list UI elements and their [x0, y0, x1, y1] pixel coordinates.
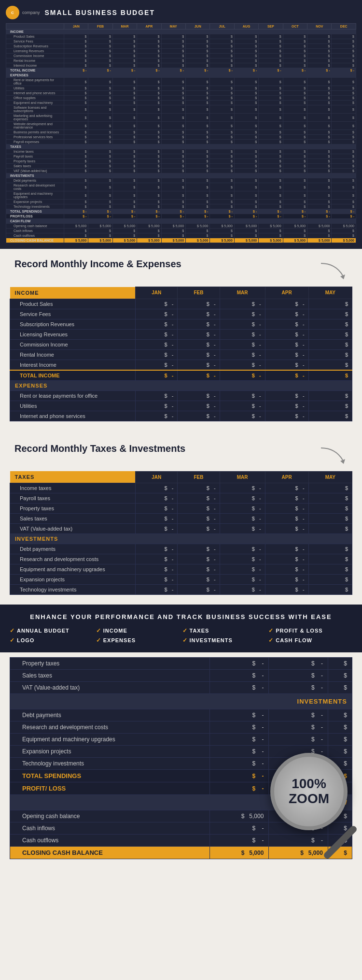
table-row: Sales taxes$$$$$$$$$$$$: [6, 164, 356, 169]
table-row: Income taxes$$$$$$$$$$$$: [6, 149, 356, 154]
table-row: Licensing Revenues$$$$$$$$$$$$: [6, 49, 356, 54]
investments-label: INVESTMENTS: [10, 534, 352, 544]
nov-header: NOV: [307, 24, 332, 29]
spreadsheet-title: SMALL BUSINESS BUDGET: [45, 9, 155, 16]
sep-header: SEP: [259, 24, 283, 29]
table-row: Software licenses and subscriptions$$$$$…: [6, 105, 356, 114]
table-row: Rent or lease payments for office $ -$ -…: [10, 390, 352, 401]
table-row: Research and development costs$$$$$$$$$$…: [6, 183, 356, 191]
income-section-header: INCOME: [6, 29, 356, 34]
table-row: Subscription Revenues $ -$ -$ -$ -$: [10, 319, 352, 329]
table-row: Business permits and licenses$$$$$$$$$$$…: [6, 130, 356, 135]
profit-loss-row: PROFIT/LOSS $ -$ -$ -$ -$ -$ -$ -$ -$ -$…: [6, 214, 356, 219]
row-cash-inflows: Cash inflows: [10, 822, 210, 835]
taxes-section-header: TAXES: [6, 144, 356, 149]
profit-loss-label-z: PROFIT/ LOSS: [10, 782, 210, 795]
row-licensing-revenues: Licensing Revenues: [10, 329, 136, 339]
check-icon-2: ✓: [10, 637, 14, 644]
table-row: Equipment and machinery$$$$$$$$$$$$: [6, 101, 356, 105]
spreadsheet-preview: C company SMALL BUSINESS BUDGET JAN FEB …: [0, 0, 362, 249]
table-row: VAT (Value-added tax)$$$$$$$$$$$$: [6, 169, 356, 173]
feature-expenses: ✓ EXPENSES: [96, 637, 180, 644]
feature-label-taxes: TAXES: [190, 628, 209, 634]
taxes-investments-section: TAXES JAN FEB MAR APR MAY Income taxes $…: [0, 471, 362, 605]
row-commission-income: Commission Income: [10, 339, 136, 349]
feb-header: FEB: [88, 24, 112, 29]
row-cash-outflows: Cash outflows: [10, 835, 210, 847]
oct-header: OCT: [283, 24, 307, 29]
row-income-taxes: Income taxes: [10, 483, 136, 493]
col-may: MAY: [308, 287, 352, 299]
total-spendings-label-z: TOTAL SPENDINGS: [10, 770, 210, 782]
jul-header: JUL: [210, 24, 234, 29]
table-row: Rental Income$$$$$$$$$$$$: [6, 58, 356, 63]
table-row: Internet and phone services $ -$ -$ -$ -…: [10, 411, 352, 421]
company-name: company: [22, 10, 40, 15]
row-service-fees: Service Fees: [10, 309, 136, 319]
feature-cash-flow: ✓ CASH FLOW: [268, 637, 352, 644]
table-row: Service Fees$$$$$$$$$$$$: [6, 39, 356, 44]
dark-banner: ENHANCE YOUR PERFORMANCE AND TRACK BUSIN…: [0, 605, 362, 652]
expenses-header-row: EXPENSES: [10, 380, 352, 390]
row-rd-z: Research and development costs: [10, 721, 210, 734]
row-interest-income: Interest Income: [10, 360, 136, 370]
table-row: Property taxes$$$$$$$$$$$$: [6, 159, 356, 164]
expenses-label: EXPENSES: [10, 380, 352, 390]
income-table-section: INCOME JAN FEB MAR APR MAY Product Sales…: [0, 287, 362, 431]
closing-balance-row: CLOSING CASH BALANCE $ 5,000$ 5,000$ 5,0…: [6, 238, 356, 243]
table-row: Licensing Revenues $ -$ -$ -$ -$: [10, 329, 352, 339]
row-subscription-revenues: Subscription Revenues: [10, 319, 136, 329]
taxes-big-table: TAXES JAN FEB MAR APR MAY Income taxes $…: [10, 471, 352, 595]
check-icon-5: ✓: [182, 627, 187, 634]
feature-col-1: ✓ ANNUAL BUDGET ✓ LOGO: [10, 627, 94, 644]
table-row: Professional services fees$$$$$$$$$$$$: [6, 135, 356, 140]
table-row: VAT (Value-added tax) $ -$ -$ -$ -$: [10, 524, 352, 534]
table-row: Product Sales $ -$ -$ -$ -$: [10, 299, 352, 309]
check-icon-3: ✓: [96, 627, 101, 634]
row-payroll-taxes: Payroll taxes: [10, 493, 136, 504]
table-row: Debt payments$$$$$$$$$$$$: [6, 178, 356, 183]
row-utilities: Utilities: [10, 401, 136, 411]
table-row: Rental Income $ -$ -$ -$ -$: [10, 349, 352, 360]
row-product-sales: Product Sales: [10, 299, 136, 309]
table-row: Debt payments $ -$ -$ -$ -$: [10, 544, 352, 554]
total-income-label: TOTAL INCOME: [10, 370, 136, 381]
check-icon-7: ✓: [268, 627, 273, 634]
row-expansion-z: Expansion projects: [10, 746, 210, 758]
income-description-title: Record Monthly Income & Expenses: [14, 259, 314, 270]
investments-header-row: INVESTMENTS: [10, 534, 352, 544]
table-row: Sales taxes $ - $ - $: [10, 670, 352, 682]
table-row: Property taxes $ -$ -$ -$ -$: [10, 504, 352, 514]
table-row: Rent or lease payments for office$$$$$$$…: [6, 78, 356, 86]
spreadsheet-header: C company SMALL BUSINESS BUDGET: [6, 6, 356, 19]
banner-headline: ENHANCE YOUR PERFORMANCE AND TRACK BUSIN…: [10, 613, 352, 620]
row-equipment-upgrades: Equipment and machinery upgrades: [10, 564, 136, 575]
table-row: Expansion projects$$$$$$$$$$$$: [6, 200, 356, 204]
arrow-curve-icon-2: [319, 446, 348, 466]
total-spendings-row: TOTAL SPENDINGS $ -$ -$ -$ -$ -$ -$ -$ -…: [6, 209, 356, 214]
investments-section-header: INVESTMENTS: [6, 173, 356, 178]
taxes-description-title: Record Monthly Taxes & Investments: [14, 443, 314, 454]
feature-col-4: ✓ PROFIT & LOSS ✓ CASH FLOW: [268, 627, 352, 644]
table-row: Property taxes $ - $ - $: [10, 658, 352, 670]
dec-header: DEC: [332, 24, 356, 29]
table-row: Office supplies$$$$$$$$$$$$: [6, 96, 356, 101]
taxes-col-jan: JAN: [136, 471, 178, 483]
taxes-col-mar: MAR: [220, 471, 265, 483]
row-opening-cash: Opening cash balance: [10, 810, 210, 822]
table-row: Payroll expenses$$$$$$$$$$$$: [6, 140, 356, 144]
check-icon-1: ✓: [10, 627, 14, 634]
expenses-section-header: EXPENSES: [6, 73, 356, 78]
magnifier-overlay: 100% ZOOM: [270, 753, 348, 830]
feature-label-cashflow: CASH FLOW: [276, 637, 312, 643]
feature-col-3: ✓ TAXES ✓ INVESTMENTS: [182, 627, 266, 644]
col-apr: APR: [265, 287, 308, 299]
feature-logo: ✓ LOGO: [10, 637, 94, 644]
total-income-big-row: TOTAL INCOME $ -$ -$ -$ -$: [10, 370, 352, 381]
feature-label-expenses: EXPENSES: [103, 637, 136, 643]
row-tech-z: Technology investments: [10, 758, 210, 770]
feature-taxes: ✓ TAXES: [182, 627, 266, 634]
label-col-header: [6, 24, 64, 29]
table-row: Interest Income $ -$ -$ -$ -$: [10, 360, 352, 370]
income-description-section: Record Monthly Income & Expenses: [0, 249, 362, 287]
